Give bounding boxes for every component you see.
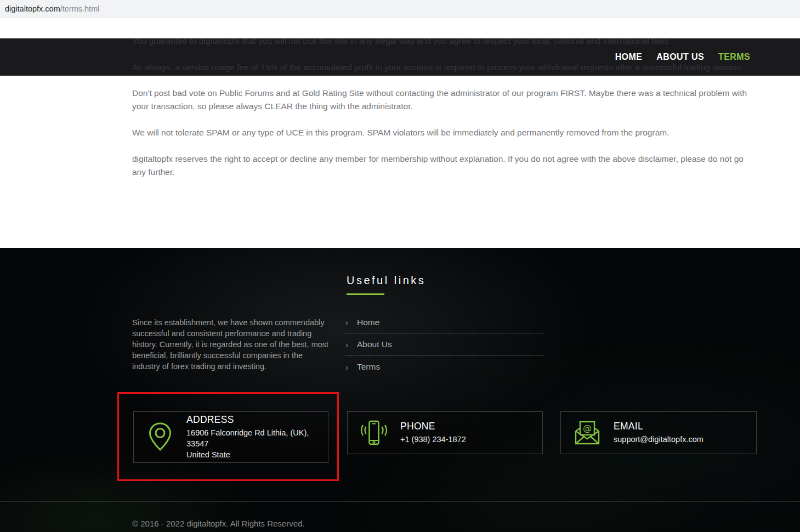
- phone-number: +1 (938) 234-1872: [400, 434, 466, 445]
- chevron-right-icon: ›: [345, 340, 348, 349]
- address-line: United State: [186, 449, 328, 460]
- email-card: @ EMAIL support@digitaltopfx.com: [560, 411, 757, 454]
- url-domain: digitaltopfx.com: [5, 4, 60, 13]
- terms-paragraph: digitaltopfx reserves the right to accep…: [132, 152, 756, 179]
- site-navbar: You guarantee to digitaltopfx that you w…: [0, 38, 800, 76]
- useful-links-list: › Home › About Us › Terms: [345, 312, 543, 378]
- company-description: Since its establishment, we have shown c…: [132, 317, 332, 372]
- useful-links-heading: Useful links: [347, 274, 425, 287]
- terms-paragraph: We will not tolerate SPAM or any type of…: [132, 126, 756, 139]
- footer-link-about-us[interactable]: › About Us: [345, 334, 543, 356]
- email-icon: @: [570, 420, 604, 445]
- address-line: 16906 Falconridge Rd Lithia, (UK), 33547: [186, 427, 328, 449]
- nav-link-about-us[interactable]: ABOUT US: [656, 52, 704, 62]
- phone-card: PHONE +1 (938) 234-1872: [347, 411, 543, 454]
- address-card: ADDRESS 16906 Falconridge Rd Lithia, (UK…: [133, 411, 328, 463]
- footer-link-label: About Us: [357, 339, 392, 349]
- svg-text:@: @: [583, 423, 592, 433]
- footer-link-terms[interactable]: › Terms: [345, 356, 543, 378]
- card-title: ADDRESS: [186, 414, 328, 426]
- email-address: support@digitaltopfx.com: [614, 434, 703, 445]
- browser-address-bar[interactable]: digitaltopfx.com/terms.html: [0, 0, 800, 18]
- nav-menu: HOME ABOUT US TERMS: [615, 38, 750, 76]
- footer-link-label: Terms: [357, 362, 380, 372]
- footer: Since its establishment, we have shown c…: [0, 248, 800, 532]
- card-title: PHONE: [400, 421, 466, 432]
- footer-link-label: Home: [357, 318, 379, 327]
- page: digitaltopfx.com/terms.html You guarante…: [0, 0, 800, 532]
- nav-link-terms[interactable]: TERMS: [718, 52, 750, 62]
- chevron-right-icon: ›: [345, 363, 348, 372]
- nav-link-home[interactable]: HOME: [615, 52, 643, 62]
- location-pin-icon: [143, 422, 177, 452]
- heading-accent-underline: [347, 293, 384, 295]
- terms-paragraph: Don't post bad vote on Public Forums and…: [132, 87, 756, 113]
- card-title: EMAIL: [614, 421, 703, 432]
- chevron-right-icon: ›: [345, 318, 348, 327]
- footer-divider: [0, 501, 800, 502]
- url-path: /terms.html: [60, 4, 100, 13]
- copyright-text: © 2016 - 2022 digitaltopfx. All Rights R…: [132, 519, 305, 528]
- footer-link-home[interactable]: › Home: [345, 312, 543, 334]
- terms-article: Don't post bad vote on Public Forums and…: [132, 87, 756, 192]
- phone-icon: [357, 420, 391, 445]
